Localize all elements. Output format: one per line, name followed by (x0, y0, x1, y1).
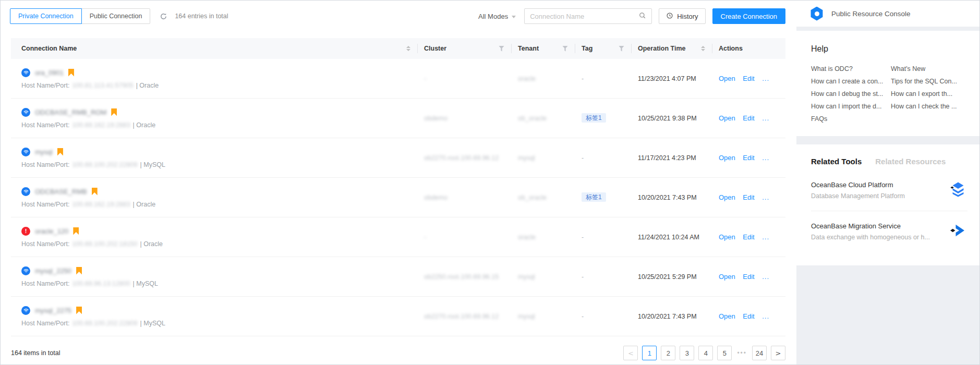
tab-related-resources[interactable]: Related Resources (875, 157, 946, 166)
host-address: 100.69.100.202:22809 (72, 320, 137, 327)
connection-status-icon (21, 68, 30, 77)
more-actions-link[interactable]: ... (762, 154, 769, 162)
col-cluster[interactable]: Cluster (418, 38, 512, 59)
edit-link[interactable]: Edit (743, 114, 754, 122)
help-link[interactable]: How can I export th... (891, 90, 967, 98)
edit-link[interactable]: Edit (743, 193, 754, 201)
connection-name[interactable]: ODCBASE_RMB (35, 188, 87, 196)
open-link[interactable]: Open (719, 75, 735, 82)
help-links-column-1: What is ODC?How can I create a con...How… (811, 65, 888, 123)
connection-name[interactable]: mysql (35, 148, 53, 156)
help-card: Help What is ODC?How can I create a con.… (796, 31, 980, 136)
pagination-ellipsis[interactable]: ••• (737, 349, 747, 357)
search-icon[interactable] (638, 11, 646, 21)
bookmark-icon[interactable] (76, 307, 82, 314)
open-link[interactable]: Open (719, 233, 735, 241)
col-tenant[interactable]: Tenant (512, 38, 575, 59)
bookmark-icon[interactable] (111, 108, 117, 116)
edit-link[interactable]: Edit (743, 312, 754, 320)
related-tool-item[interactable]: OceanBase Migration Service Data exchang… (811, 211, 967, 252)
edit-link[interactable]: Edit (743, 75, 754, 82)
col-tag[interactable]: Tag (575, 38, 632, 59)
connection-name[interactable]: ODCBASE_RMB_ROM (35, 108, 106, 116)
help-link[interactable]: How can I create a con... (811, 78, 888, 85)
open-link[interactable]: Open (719, 154, 735, 162)
bookmark-icon[interactable] (57, 148, 63, 156)
edit-link[interactable]: Edit (743, 273, 754, 281)
help-link[interactable]: How can I import the d... (811, 103, 888, 110)
create-connection-button[interactable]: Create Connection (712, 8, 785, 24)
open-link[interactable]: Open (719, 273, 735, 281)
connections-table: Connection Name Cluster Tenant Tag Opera… (11, 38, 785, 336)
tab-related-tools[interactable]: Related Tools (811, 157, 862, 166)
help-link[interactable]: Tips for the SQL Con... (891, 78, 967, 85)
page-button[interactable]: 3 (680, 346, 694, 360)
host-address: 100.69.100.202:22809 (72, 161, 137, 168)
help-link[interactable]: What's New (891, 65, 967, 72)
tool-title: OceanBase Migration Service (811, 222, 943, 230)
tag-value: 标签1 (582, 192, 606, 202)
edit-link[interactable]: Edit (743, 154, 754, 162)
tag-value: - (582, 154, 584, 162)
col-tag-label: Tag (582, 45, 592, 52)
related-tool-item[interactable]: OceanBase Cloud Platform Database Manage… (811, 170, 967, 211)
more-actions-link[interactable]: ... (762, 312, 769, 320)
more-actions-link[interactable]: ... (762, 233, 769, 241)
more-actions-link[interactable]: ... (762, 114, 769, 122)
related-card: Related Tools Related Resources OceanBas… (796, 144, 980, 265)
page-button[interactable]: 5 (717, 346, 732, 360)
history-clock-icon (666, 12, 673, 21)
help-link[interactable]: What is ODC? (811, 65, 888, 72)
tab-private-connection[interactable]: Private Connection (10, 8, 82, 24)
open-link[interactable]: Open (719, 312, 735, 320)
edit-link[interactable]: Edit (743, 233, 754, 241)
last-page-button[interactable]: 24 (752, 346, 767, 360)
help-link[interactable]: FAQs (811, 115, 888, 123)
history-button[interactable]: History (659, 8, 705, 24)
table-row: ODCBASE_RMB Host Name/Port: 100.69.162.1… (11, 178, 785, 217)
bookmark-icon[interactable] (92, 188, 98, 196)
table-row: mysql Host Name/Port: 100.69.100.202:228… (11, 138, 785, 178)
prev-page-button[interactable]: < (623, 346, 638, 360)
sort-icon[interactable] (406, 46, 410, 51)
mode-filter-dropdown[interactable]: All Modes (478, 13, 516, 20)
host-label: Host Name/Port: (21, 161, 69, 168)
bookmark-icon[interactable] (68, 69, 74, 77)
connection-name[interactable]: mysql_2275 (35, 307, 71, 314)
open-link[interactable]: Open (719, 114, 735, 122)
col-connection-name[interactable]: Connection Name (11, 38, 418, 59)
sort-icon[interactable] (701, 46, 705, 51)
oms-arrow-icon (949, 221, 967, 242)
tenant-value: oracle (518, 234, 536, 241)
help-link[interactable]: How can I debug the st... (811, 90, 888, 98)
page-button[interactable]: 2 (661, 346, 675, 360)
page-button[interactable]: 4 (698, 346, 713, 360)
open-link[interactable]: Open (719, 193, 735, 201)
next-page-button[interactable]: > (771, 346, 785, 360)
connection-status-icon (21, 227, 30, 236)
connection-status-icon (21, 187, 30, 196)
connection-name[interactable]: oracle_120 (35, 227, 68, 235)
connection-status-icon (21, 306, 30, 315)
refresh-icon[interactable] (160, 13, 167, 20)
bookmark-icon[interactable] (76, 267, 82, 275)
filter-icon[interactable] (499, 46, 504, 52)
ocp-layers-icon (949, 180, 967, 201)
more-actions-link[interactable]: ... (762, 193, 769, 201)
filter-icon[interactable] (562, 46, 568, 52)
more-actions-link[interactable]: ... (762, 273, 769, 281)
operation-time: 11/17/2021 4:23 PM (638, 154, 696, 162)
col-operation-time[interactable]: Operation Time (632, 38, 712, 59)
more-actions-link[interactable]: ... (762, 75, 769, 82)
cluster-value: obdemo (424, 115, 447, 122)
filter-icon[interactable] (619, 46, 624, 52)
page-button[interactable]: 1 (642, 346, 657, 360)
cluster-value: - (424, 234, 426, 241)
connection-name[interactable]: ora_0901 (35, 69, 64, 77)
search-input[interactable] (530, 13, 638, 20)
help-link[interactable]: How can I check the ... (891, 103, 967, 110)
connection-name[interactable]: mysql_2250 (35, 267, 71, 275)
tab-public-connection[interactable]: Public Connection (81, 8, 151, 24)
cluster-value: ob2270.root.100.69.96.12 (424, 313, 499, 320)
bookmark-icon[interactable] (73, 227, 79, 235)
